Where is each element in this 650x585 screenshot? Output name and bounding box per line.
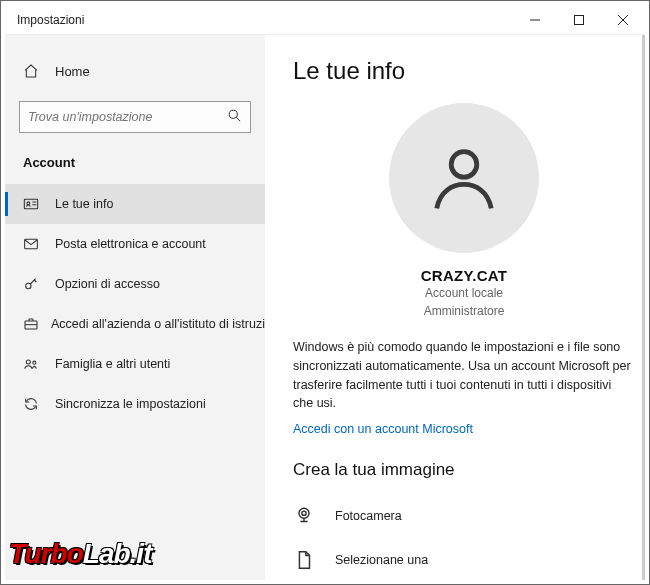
sidebar-item-label: Accedi all'azienda o all'istituto di ist… [51,317,265,331]
option-browse[interactable]: Selezionane una [293,538,635,580]
svg-point-10 [299,508,309,518]
account-type: Account locale [425,284,503,302]
home-nav[interactable]: Home [5,53,265,89]
home-icon [23,63,43,79]
svg-point-9 [451,152,477,178]
account-summary: CRAZY.CAT Account locale Amministratore [293,103,635,320]
sidebar-item-label: Le tue info [55,197,113,211]
avatar [389,103,539,253]
search-icon [227,108,242,127]
account-role: Amministratore [424,302,505,320]
svg-rect-0 [575,15,584,24]
svg-point-11 [302,511,306,515]
svg-point-5 [26,283,31,288]
file-icon [293,549,323,571]
svg-point-7 [26,360,30,364]
sidebar-item-label: Opzioni di accesso [55,277,160,291]
page-title: Le tue info [293,57,635,85]
svg-rect-2 [24,199,37,208]
ms-account-link[interactable]: Accedi con un account Microsoft [293,422,473,436]
account-description: Windows è più comodo quando le impostazi… [293,338,633,413]
titlebar: Impostazioni [5,5,645,35]
people-icon [23,356,43,372]
sidebar-item-sync[interactable]: Sincronizza le impostazioni [5,384,265,424]
option-label: Selezionane una [335,553,428,567]
svg-point-1 [229,110,237,118]
close-button[interactable] [601,5,645,35]
sync-icon [23,396,43,412]
sidebar-category: Account [5,151,265,184]
window-title: Impostazioni [5,13,513,27]
sidebar-item-email-accounts[interactable]: Posta elettronica e account [5,224,265,264]
home-label: Home [55,64,90,79]
sidebar-item-work-school[interactable]: Accedi all'azienda o all'istituto di ist… [5,304,265,344]
maximize-button[interactable] [557,5,601,35]
username: CRAZY.CAT [421,267,508,284]
sidebar-item-family[interactable]: Famiglia e altri utenti [5,344,265,384]
search-box[interactable] [19,101,251,133]
main-panel: Le tue info CRAZY.CAT Account locale Amm… [265,35,645,580]
sidebar-item-label: Sincronizza le impostazioni [55,397,206,411]
option-camera[interactable]: Fotocamera [293,494,635,538]
sidebar-item-signin-options[interactable]: Opzioni di accesso [5,264,265,304]
scrollbar[interactable] [642,35,645,580]
sidebar-item-label: Famiglia e altri utenti [55,357,170,371]
sidebar-item-your-info[interactable]: Le tue info [5,184,265,224]
briefcase-icon [23,316,39,332]
search-input[interactable] [28,110,227,124]
option-label: Fotocamera [335,509,402,523]
sidebar-item-label: Posta elettronica e account [55,237,206,251]
id-card-icon [23,196,43,212]
key-icon [23,276,43,292]
create-image-heading: Crea la tua immagine [293,460,635,480]
mail-icon [23,236,43,252]
camera-icon [293,505,323,527]
svg-point-8 [33,361,36,364]
minimize-button[interactable] [513,5,557,35]
svg-point-3 [27,202,30,205]
sidebar: Home Account Le tue info [5,35,265,580]
